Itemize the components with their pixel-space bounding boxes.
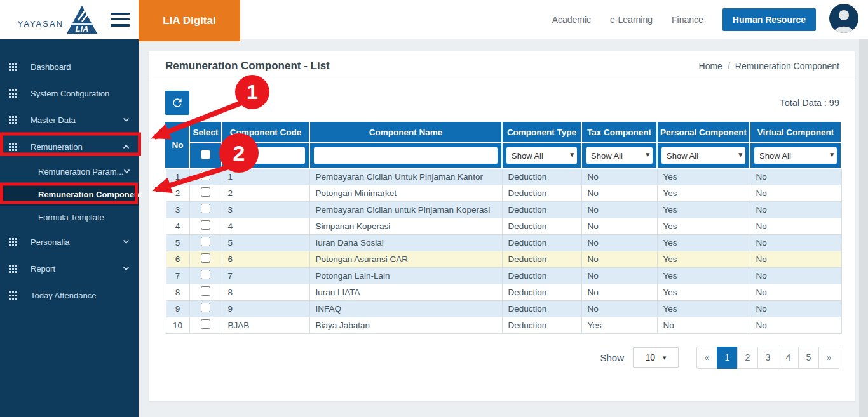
row-checkbox[interactable] [201,220,210,230]
sidebar-item-formula-template[interactable]: Formula Template [0,206,139,228]
sidebar-item-today-attendance[interactable]: Today Attendance [0,282,139,308]
personal-component-filter-select[interactable]: Show All [661,147,745,164]
nav-link-finance[interactable]: Finance [672,15,703,25]
column-header-component-name[interactable]: Component Name [309,121,502,143]
top-header: YAYASAN LIA LIA Digital Academice-Learni… [0,0,868,39]
apps-grid-icon [9,63,17,71]
column-header-no[interactable]: No [166,121,189,168]
table-row[interactable]: 10BJABBiaya JabatanDeductionYesNoNo [166,317,841,333]
pager: «12345» [696,347,839,369]
cell-no: 4 [166,218,189,234]
table-row[interactable]: 55Iuran Dana SosialDeductionNoYesNo [166,234,841,251]
nav-link-e-learning[interactable]: e-Learning [610,15,653,25]
sidebar-item-remuneration[interactable]: Remuneration [0,133,139,160]
vertical-scrollbar[interactable] [859,39,868,417]
menu-toggle-icon[interactable] [111,13,130,27]
column-header-component-type[interactable]: Component Type [502,121,581,143]
table-row[interactable]: 66Potongan Asuransi CARDeductionNoYesNo [166,251,841,267]
sidebar-item-master-data[interactable]: Master Data [0,107,139,133]
column-header-component-code[interactable]: Component Code [222,121,309,143]
apps-grid-icon [9,89,17,98]
cell-virtual-component: No [750,234,841,251]
cell-select [189,251,222,267]
cell-component-type: Deduction [502,218,581,234]
cell-no: 2 [166,185,189,201]
cell-select [189,284,222,300]
nav-link-human-resource[interactable]: Human Resource [722,8,816,31]
sidebar-item-label: Master Data [31,116,76,125]
cell-virtual-component: No [750,251,841,267]
cell-tax-component: No [581,218,657,234]
cell-select [189,218,222,234]
nav-link-academic[interactable]: Academic [552,15,591,25]
sidebar: DashboardSystem ConfigurationMaster Data… [0,39,139,417]
caret-down-icon: ▾ [663,354,667,362]
page-prev-button[interactable]: « [696,347,717,369]
chevron-up-icon [123,144,130,149]
cell-component-name: Iuran Dana Sosial [309,234,502,251]
cell-component-type: Deduction [502,168,581,185]
page-button-1[interactable]: 1 [717,347,738,369]
column-header-select[interactable]: Select [189,121,222,143]
row-checkbox[interactable] [201,237,210,246]
row-checkbox[interactable] [201,187,210,197]
row-checkbox[interactable] [201,286,210,296]
cell-component-code: 2 [222,185,309,201]
page-size-select[interactable]: 10 ▾ [633,347,679,368]
component-type-filter-select[interactable]: Show All [506,147,577,164]
table-row[interactable]: 22Potongan MinimarketDeductionNoYesNo [166,185,841,201]
column-header-virtual-component[interactable]: Virtual Component [750,121,841,143]
sidebar-item-remuneration-param[interactable]: Remuneration Param... [0,160,139,183]
cell-component-name: Pembayaran Cicilan untuk Pinjaman Kopera… [309,201,502,218]
page-button-5[interactable]: 5 [798,347,819,369]
sidebar-item-label: Remuneration Component [38,190,142,199]
cell-personal-component: Yes [657,284,750,300]
page-button-2[interactable]: 2 [737,347,758,369]
table-row[interactable]: 99INFAQDeductionNoYesNo [166,300,841,317]
cell-component-code: 8 [222,284,309,300]
select-all-checkbox[interactable] [201,150,210,159]
user-avatar[interactable] [829,3,859,36]
cell-tax-component: No [581,234,657,251]
sidebar-item-report[interactable]: Report [0,255,139,282]
sidebar-item-personalia[interactable]: Personalia [0,228,139,255]
cell-component-name: Iuran LIATA [309,284,502,300]
breadcrumb-home[interactable]: Home [699,61,722,71]
page-next-button[interactable]: » [818,347,839,369]
component-code-filter-input[interactable] [226,147,305,164]
table-row[interactable]: 88Iuran LIATADeductionNoYesNo [166,284,841,300]
table-row[interactable]: 44Simpanan KoperasiDeductionNoYesNo [166,218,841,234]
sidebar-item-remuneration-component[interactable]: Remuneration Component [0,183,139,206]
tax-component-filter-select[interactable]: Show All [586,147,653,164]
column-header-tax-component[interactable]: Tax Component [581,121,657,143]
table-row[interactable]: 77Potongan Lain-LainDeductionNoYesNo [166,267,841,284]
cell-virtual-component: No [750,267,841,284]
svg-text:LIA: LIA [76,24,89,34]
apps-grid-icon [9,238,17,246]
sidebar-item-system-configuration[interactable]: System Configuration [0,80,139,107]
row-checkbox[interactable] [201,253,210,263]
refresh-button[interactable] [165,91,189,115]
cell-component-type: Deduction [502,300,581,317]
show-label: Show [600,352,624,363]
page-button-4[interactable]: 4 [778,347,799,369]
sidebar-item-label: Formula Template [38,213,104,222]
breadcrumb-current: Remuneration Component [735,61,839,71]
page-button-3[interactable]: 3 [757,347,778,369]
table-row[interactable]: 11Pembayaran Cicilan Untuk Pinjaman Kant… [166,168,841,185]
row-checkbox[interactable] [201,270,210,279]
pagination: Show 10 ▾ «12345» [149,347,839,369]
component-name-filter-input[interactable] [314,147,498,164]
chevron-down-icon [123,169,130,174]
virtual-component-filter-select[interactable]: Show All [754,147,837,164]
row-checkbox[interactable] [201,303,210,312]
row-checkbox[interactable] [201,171,210,180]
breadcrumb-separator: / [728,61,730,71]
row-checkbox[interactable] [201,204,210,213]
cell-component-name: Simpanan Koperasi [309,218,502,234]
column-header-personal-component[interactable]: Personal Component [657,121,750,143]
row-checkbox[interactable] [201,319,210,329]
table-row[interactable]: 33Pembayaran Cicilan untuk Pinjaman Kope… [166,201,841,218]
cell-no: 8 [166,284,189,300]
sidebar-item-dashboard[interactable]: Dashboard [0,53,139,80]
